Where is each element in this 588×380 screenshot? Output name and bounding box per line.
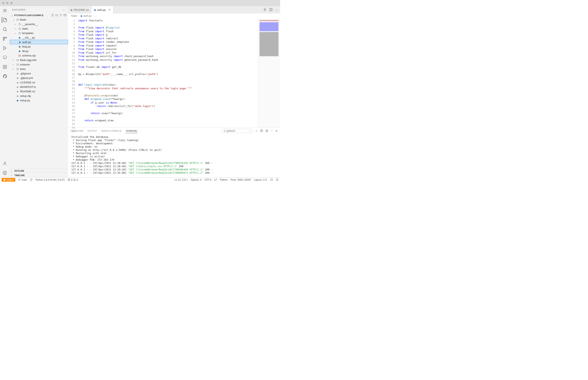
new-file-icon[interactable] <box>51 14 54 17</box>
panel-tab-terminal[interactable]: TERMINAL <box>126 129 137 133</box>
svg-marker-20 <box>264 8 266 11</box>
breadcrumb-segment[interactable]: ... <box>95 15 97 17</box>
folder-icon: 🗀 <box>16 63 19 66</box>
layout-item[interactable]: Layout: U.S. <box>254 178 268 181</box>
run-icon[interactable] <box>264 8 267 12</box>
code-content[interactable]: import functools from flask import Bluep… <box>78 18 258 127</box>
tab-label: README.rst <box>74 8 89 11</box>
explorer-icon[interactable] <box>2 17 8 23</box>
file-item[interactable]: ◈MANIFEST.in <box>10 85 68 89</box>
eol-item[interactable]: LF <box>214 178 217 181</box>
debug-icon[interactable] <box>2 45 8 51</box>
gear-icon[interactable] <box>2 170 8 176</box>
file-icon: ◈ <box>16 85 19 89</box>
folder-item[interactable]: ⌄🗀flaskr <box>10 17 68 22</box>
cursor-position[interactable]: Ln 13, Col 1 <box>175 178 188 181</box>
folder-item[interactable]: ›🗀instance <box>10 62 68 67</box>
file-item[interactable]: ◆__init__.py <box>10 35 68 40</box>
outline-section[interactable]: › OUTLINE <box>10 168 68 173</box>
split-terminal-icon[interactable] <box>260 129 263 133</box>
file-item[interactable]: ◈README.rst <box>10 89 68 94</box>
python-interpreter[interactable]: Python 3.8.8 64-bit ('3.8.8') <box>35 178 64 181</box>
collapse-icon[interactable] <box>63 14 66 17</box>
ports-item[interactable]: Ports: 5000, 44267 <box>231 178 251 181</box>
folder-icon: 🗀 <box>18 27 21 30</box>
python-file-icon: ◆ <box>18 40 21 44</box>
sync-item[interactable] <box>30 178 32 181</box>
breadcrumb-segment[interactable]: auth.py <box>84 15 91 17</box>
new-folder-icon[interactable] <box>55 14 58 17</box>
source-control-icon[interactable] <box>2 36 8 42</box>
panel-tab-output[interactable]: OUTPUT <box>88 129 97 133</box>
bell-icon[interactable] <box>276 178 278 181</box>
file-item[interactable]: ◈.gitignore <box>10 71 68 76</box>
sidebar-more-icon[interactable]: ⋯ <box>62 8 66 12</box>
language-item[interactable]: Python <box>220 178 228 181</box>
branch-item[interactable]: main <box>18 178 27 181</box>
chevron-right-icon[interactable]: › <box>15 32 17 35</box>
chevron-right-icon: › <box>11 174 14 176</box>
chevron-right-icon[interactable]: › <box>13 58 15 62</box>
editor[interactable]: 1234567891011121314151617181920212223242… <box>68 18 280 127</box>
file-label: setup.cfg <box>20 95 31 97</box>
editor-tab[interactable]: ◆README.rst <box>68 6 91 14</box>
folder-item[interactable]: ›🗀flaskr.egg-info <box>10 58 68 62</box>
new-terminal-icon[interactable]: ＋ <box>255 129 258 133</box>
chevron-right-icon[interactable]: › <box>15 27 17 30</box>
close-panel-icon[interactable]: ✕ <box>275 130 278 133</box>
folder-item[interactable]: ›🗀tests <box>10 67 68 71</box>
file-item[interactable]: ◆blog.py <box>10 44 68 49</box>
terminal-output[interactable]: Initialized the database. * Serving Flas… <box>68 134 280 177</box>
extensions-icon[interactable] <box>2 64 8 70</box>
account-icon[interactable] <box>2 161 8 166</box>
editor-more-icon[interactable]: ⋯ <box>275 8 278 11</box>
file-item[interactable]: ◆auth.py <box>10 40 68 44</box>
file-item[interactable]: ◈LICENSE.rst <box>10 80 68 85</box>
editor-tab[interactable]: ◆auth.py✕ <box>91 6 113 14</box>
folder-item[interactable]: ›🗀__pycache__ <box>10 22 68 26</box>
file-label: README.rst <box>20 90 35 93</box>
chevron-down-icon[interactable]: ⌄ <box>13 18 15 21</box>
minimize-window-button[interactable] <box>6 2 9 4</box>
timeline-section[interactable]: › TIMELINE <box>10 173 68 177</box>
feedback-icon[interactable] <box>270 178 273 181</box>
folder-item[interactable]: ›🗀templates <box>10 31 68 35</box>
close-tab-icon[interactable]: ✕ <box>108 8 111 11</box>
chevron-right-icon[interactable]: › <box>15 23 17 26</box>
terminal-select[interactable]: 1: python3 <box>222 129 252 133</box>
breadcrumb[interactable]: flaskr›◆ auth.py›... <box>68 14 280 18</box>
close-window-button[interactable] <box>2 2 4 4</box>
chevron-up-icon[interactable]: ⌃ <box>271 130 273 133</box>
chevron-down-icon[interactable]: ⌄ <box>11 14 14 17</box>
file-item[interactable]: ◈.gitpod.yml <box>10 76 68 80</box>
folder-item[interactable]: ›🗀static <box>10 26 68 31</box>
panel-tab-debug-console[interactable]: DEBUG CONSOLE <box>101 129 122 133</box>
file-item[interactable]: ◆setup.py <box>10 98 68 103</box>
svg-point-25 <box>19 179 19 179</box>
file-label: flaskr <box>20 18 26 21</box>
maximize-window-button[interactable] <box>10 2 13 4</box>
file-item[interactable]: ◆db.py <box>10 49 68 53</box>
split-editor-icon[interactable] <box>269 8 273 12</box>
chevron-right-icon[interactable]: › <box>13 63 15 66</box>
search-icon[interactable] <box>2 26 8 32</box>
file-item[interactable]: ▤schema.sql <box>10 53 68 58</box>
indent-item[interactable]: Spaces: 4 <box>191 178 202 181</box>
file-tree[interactable]: ⌄🗀flaskr›🗀__pycache__›🗀static›🗀templates… <box>10 17 68 168</box>
remote-explorer-icon[interactable] <box>2 55 8 60</box>
problems-item[interactable]: 0 0 <box>68 178 78 181</box>
file-label: flaskr.egg-info <box>20 58 37 62</box>
minimap[interactable] <box>258 18 280 127</box>
file-item[interactable]: ◈setup.cfg <box>10 94 68 98</box>
breadcrumb-segment[interactable]: flaskr <box>71 15 77 17</box>
file-icon: ◆ <box>70 8 72 11</box>
python-file-icon: ◆ <box>81 15 82 17</box>
trash-icon[interactable] <box>265 129 268 133</box>
encoding-item[interactable]: UTF-8 <box>204 178 211 181</box>
chevron-right-icon[interactable]: › <box>13 67 15 71</box>
gitpod-badge[interactable]: Gitpod <box>2 178 15 182</box>
menu-icon[interactable] <box>2 8 8 14</box>
refresh-icon[interactable] <box>59 14 62 17</box>
python-file-icon: ◆ <box>16 99 19 102</box>
github-icon[interactable] <box>2 73 8 79</box>
